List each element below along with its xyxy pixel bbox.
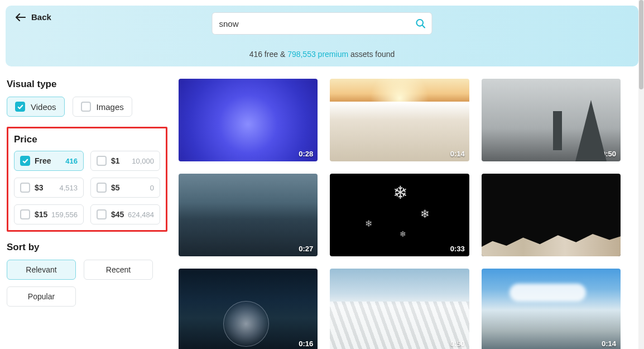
scrollbar[interactable] [638, 0, 644, 349]
video-thumb[interactable]: 0:50 [482, 79, 621, 161]
price-label: $45 [111, 210, 124, 219]
video-thumb[interactable]: 0:14 [330, 79, 469, 161]
search-input-wrapper[interactable] [212, 12, 432, 35]
checkbox-icon [20, 209, 30, 219]
arrow-left-icon [16, 13, 26, 21]
search-icon[interactable] [415, 18, 426, 29]
checkbox-icon [15, 102, 25, 112]
duration-badge: 0:14 [602, 340, 616, 348]
checkbox-icon [97, 209, 107, 219]
checkbox-icon [20, 156, 30, 166]
duration-badge: 0:28 [299, 150, 313, 158]
video-thumb[interactable]: 0:50 [330, 269, 469, 349]
duration-badge: 0:16 [299, 340, 313, 348]
results-stats: 416 free & 798,553 premium assets found [16, 50, 628, 59]
price-1[interactable]: $1 10,000 [90, 151, 160, 171]
price-count: 624,484 [128, 211, 154, 219]
duration-badge: 0:50 [602, 150, 616, 158]
video-thumb[interactable]: ❄❄0:33 [330, 174, 469, 256]
visual-type-images[interactable]: Images [73, 97, 132, 117]
checkbox-icon [97, 183, 107, 193]
chip-label: Videos [31, 102, 56, 112]
price-label: $5 [111, 183, 120, 192]
price-count: 10,000 [132, 157, 154, 165]
back-label: Back [31, 12, 51, 22]
price-label: $3 [35, 183, 44, 192]
video-thumb[interactable]: 0:27 [179, 174, 318, 256]
price-label: $1 [111, 156, 120, 165]
price-label: $15 [35, 210, 47, 219]
price-free[interactable]: Free 416 [14, 151, 84, 171]
sort-popular[interactable]: Popular [7, 286, 76, 307]
sort-recent[interactable]: Recent [84, 260, 153, 280]
search-input[interactable] [219, 19, 407, 28]
search-header: Back 416 free & 798,553 premium assets f… [6, 6, 638, 66]
duration-badge: 0:33 [450, 245, 465, 253]
price-filter-highlight: Price Free 416 $1 10,000 $3 4,513 [7, 127, 167, 232]
video-thumb[interactable]: 1:03 [482, 174, 621, 256]
premium-link[interactable]: 798,553 premium [287, 50, 348, 59]
video-thumb[interactable]: 0:16 [179, 269, 318, 349]
video-thumb[interactable]: 0:28 [179, 79, 318, 161]
duration-badge: 0:50 [450, 340, 465, 348]
duration-badge: 1:03 [602, 245, 616, 253]
price-count: 416 [65, 157, 78, 165]
price-5[interactable]: $5 0 [90, 178, 160, 198]
duration-badge: 0:27 [299, 245, 313, 253]
results-gallery: 0:28 0:14 0:50 0:27 ❄❄0:33 1:03 0:16 0:5… [179, 79, 638, 349]
price-label: Free [35, 156, 51, 165]
chip-label: Images [97, 102, 124, 112]
checkbox-icon [97, 156, 107, 166]
filters-sidebar: Visual type Videos Images Price Free 416 [6, 79, 167, 349]
scrollbar-thumb[interactable] [639, 0, 643, 89]
price-title: Price [14, 134, 160, 145]
price-3[interactable]: $3 4,513 [14, 178, 84, 198]
visual-type-videos[interactable]: Videos [7, 97, 65, 117]
visual-type-title: Visual type [7, 79, 167, 90]
price-count: 0 [150, 184, 154, 192]
back-button[interactable]: Back [16, 12, 51, 22]
price-45[interactable]: $45 624,484 [90, 204, 160, 224]
duration-badge: 0:14 [450, 150, 465, 158]
price-15[interactable]: $15 159,556 [14, 204, 84, 224]
sort-relevant[interactable]: Relevant [7, 260, 76, 280]
checkbox-icon [20, 183, 30, 193]
sort-title: Sort by [7, 242, 167, 253]
checkbox-icon [81, 102, 91, 112]
price-count: 159,556 [51, 211, 78, 219]
price-count: 4,513 [59, 184, 78, 192]
video-thumb[interactable]: 0:14 [482, 269, 621, 349]
